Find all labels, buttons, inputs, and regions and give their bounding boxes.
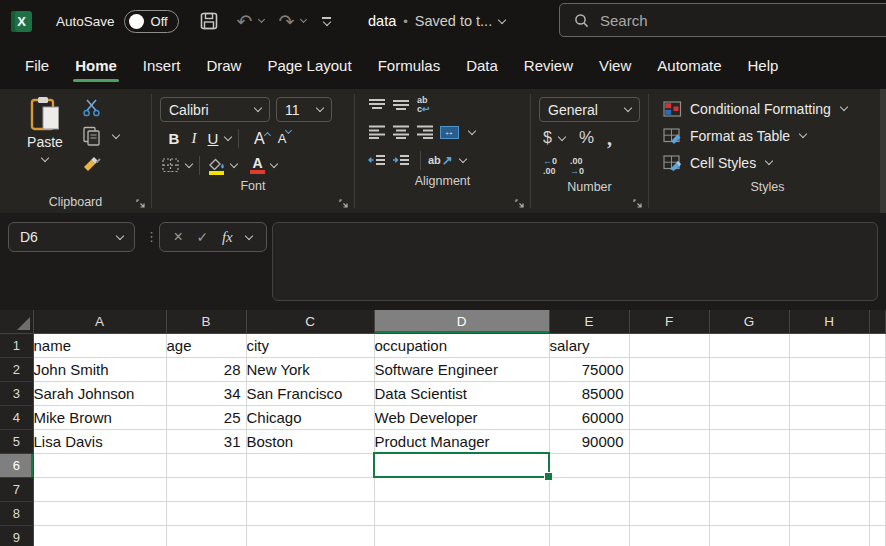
- format-as-table-button[interactable]: Format as Table: [663, 122, 886, 149]
- cell-G7[interactable]: [709, 477, 789, 501]
- merge-dropdown-chevron[interactable]: [468, 126, 476, 134]
- cell-E4[interactable]: 60000: [549, 405, 629, 429]
- cell-H8[interactable]: [789, 501, 869, 525]
- fill-color-button[interactable]: [207, 157, 225, 175]
- cell-A4[interactable]: Mike Brown: [33, 405, 166, 429]
- cell-H1[interactable]: [789, 333, 869, 357]
- cell-H3[interactable]: [789, 381, 869, 405]
- menu-tab-insert[interactable]: Insert: [130, 42, 194, 89]
- cell-E7[interactable]: [549, 477, 629, 501]
- cell-C4[interactable]: Chicago: [246, 405, 374, 429]
- comma-style-button[interactable]: ,: [607, 133, 612, 143]
- cell-E6[interactable]: [549, 453, 629, 477]
- redo-dropdown[interactable]: [301, 20, 306, 22]
- cell-E2[interactable]: 75000: [549, 357, 629, 381]
- cell-A2[interactable]: John Smith: [33, 357, 166, 381]
- column-header-D[interactable]: D: [374, 310, 549, 333]
- document-title[interactable]: data • Saved to t...: [368, 0, 505, 42]
- cell-G8[interactable]: [709, 501, 789, 525]
- cell-F2[interactable]: [629, 357, 709, 381]
- search-input[interactable]: Search: [559, 3, 886, 37]
- row-header-6[interactable]: 6: [0, 453, 33, 477]
- cell-E3[interactable]: 85000: [549, 381, 629, 405]
- row-header-7[interactable]: 7: [0, 477, 33, 501]
- cell-E1[interactable]: salary: [549, 333, 629, 357]
- font-size-select[interactable]: 11: [276, 97, 332, 122]
- cut-button[interactable]: [82, 98, 119, 117]
- row-header-9[interactable]: 9: [0, 525, 33, 546]
- cell-H5[interactable]: [789, 429, 869, 453]
- menu-tab-draw[interactable]: Draw: [193, 42, 254, 89]
- menu-tab-automate[interactable]: Automate: [644, 42, 734, 89]
- cell-F3[interactable]: [629, 381, 709, 405]
- cell-G2[interactable]: [709, 357, 789, 381]
- cell-D2[interactable]: Software Engineer: [374, 357, 549, 381]
- column-header-A[interactable]: A: [33, 310, 166, 333]
- menu-tab-help[interactable]: Help: [735, 42, 792, 89]
- row-header-5[interactable]: 5: [0, 429, 33, 453]
- menu-tab-formulas[interactable]: Formulas: [365, 42, 454, 89]
- cell-B2[interactable]: 28: [166, 357, 246, 381]
- cell-A1[interactable]: name: [33, 333, 166, 357]
- cell-E8[interactable]: [549, 501, 629, 525]
- copy-button[interactable]: [82, 126, 119, 146]
- cell-G5[interactable]: [709, 429, 789, 453]
- increase-font-size-button[interactable]: A: [254, 130, 270, 148]
- column-header-E[interactable]: E: [549, 310, 629, 333]
- cell-C3[interactable]: San Francisco: [246, 381, 374, 405]
- italic-button[interactable]: I: [184, 130, 204, 147]
- wrap-text-button[interactable]: ab c↩: [417, 96, 430, 114]
- cell-styles-button[interactable]: Cell Styles: [663, 149, 886, 176]
- borders-dropdown-chevron[interactable]: [185, 160, 193, 168]
- cell-E5[interactable]: 90000: [549, 429, 629, 453]
- decrease-indent-button[interactable]: [365, 150, 389, 170]
- save-button[interactable]: [199, 11, 219, 31]
- cell-F1[interactable]: [629, 333, 709, 357]
- top-align-button[interactable]: [365, 95, 389, 115]
- paste-button[interactable]: Paste: [16, 96, 74, 191]
- cell-H9[interactable]: [789, 525, 869, 546]
- font-color-dropdown-chevron[interactable]: [270, 160, 278, 168]
- excel-app-icon[interactable]: X: [11, 11, 32, 32]
- align-left-button[interactable]: [365, 122, 389, 142]
- font-name-select[interactable]: Calibri: [160, 97, 270, 122]
- cell-D4[interactable]: Web Developer: [374, 405, 549, 429]
- cell-G4[interactable]: [709, 405, 789, 429]
- cell-D9[interactable]: [374, 525, 549, 546]
- accounting-format-button[interactable]: $: [543, 129, 552, 147]
- cell-D8[interactable]: [374, 501, 549, 525]
- row-header-4[interactable]: 4: [0, 405, 33, 429]
- merge-center-button[interactable]: ↔: [437, 122, 461, 142]
- decrease-decimal-button[interactable]: .00 →0: [570, 157, 584, 176]
- column-header-B[interactable]: B: [166, 310, 246, 333]
- menu-tab-data[interactable]: Data: [453, 42, 511, 89]
- redo-button[interactable]: ↷: [278, 12, 294, 31]
- cell-C7[interactable]: [246, 477, 374, 501]
- cell-E9[interactable]: [549, 525, 629, 546]
- cell-D3[interactable]: Data Scientist: [374, 381, 549, 405]
- middle-align-button[interactable]: [389, 95, 413, 115]
- center-align-button[interactable]: [389, 122, 413, 142]
- cell-A5[interactable]: Lisa Davis: [33, 429, 166, 453]
- cell-A3[interactable]: Sarah Johnson: [33, 381, 166, 405]
- cell-A6[interactable]: [33, 453, 166, 477]
- cell-C8[interactable]: [246, 501, 374, 525]
- alignment-dialog-launcher[interactable]: [515, 199, 524, 208]
- cell-B3[interactable]: 34: [166, 381, 246, 405]
- cell-F4[interactable]: [629, 405, 709, 429]
- row-header-3[interactable]: 3: [0, 381, 33, 405]
- underline-dropdown-chevron[interactable]: [224, 133, 232, 141]
- menu-tab-home[interactable]: Home: [62, 42, 130, 89]
- cell-B5[interactable]: 31: [166, 429, 246, 453]
- enter-button[interactable]: ✓: [197, 229, 209, 245]
- insert-function-button[interactable]: fx: [222, 229, 233, 246]
- cell-G6[interactable]: [709, 453, 789, 477]
- fill-color-dropdown-chevron[interactable]: [230, 160, 238, 168]
- font-dialog-launcher[interactable]: [339, 199, 348, 208]
- cell-D7[interactable]: [374, 477, 549, 501]
- cell-B7[interactable]: [166, 477, 246, 501]
- decrease-font-size-button[interactable]: A: [278, 131, 292, 146]
- column-header-C[interactable]: C: [246, 310, 374, 333]
- autosave-toggle[interactable]: Off: [124, 10, 179, 33]
- number-format-select[interactable]: General: [539, 97, 640, 122]
